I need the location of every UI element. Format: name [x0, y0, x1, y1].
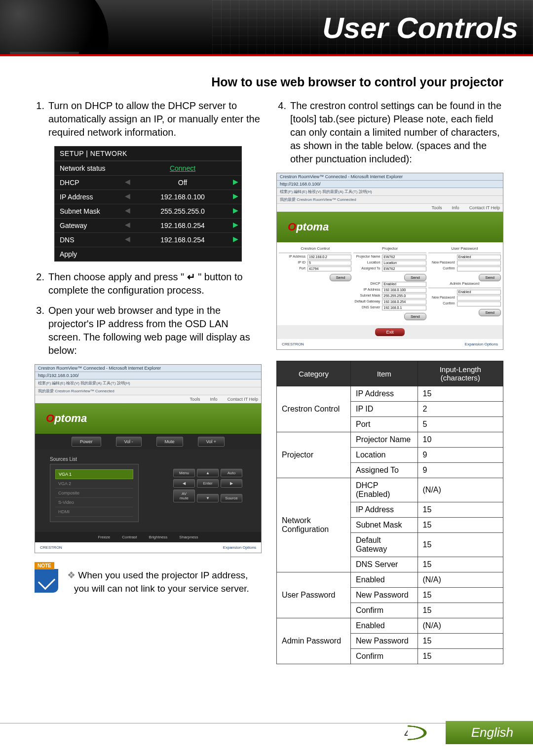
section-title: How to use web browser to control your p…	[35, 75, 503, 89]
tools-exit-button: Exit	[375, 328, 404, 336]
page-header: User Controls	[0, 0, 533, 54]
rv-sliders: Freeze Contrast Brightness Sharpness	[35, 532, 261, 542]
note-check-icon: NOTE	[35, 569, 58, 593]
header-title: User Controls	[322, 11, 518, 45]
note-block: NOTE When you used the projector IP addr…	[35, 569, 262, 595]
optoma-logo: Optoma	[46, 412, 87, 425]
ie-favorites: 我的最愛 Crestron RoomView™ Connected	[35, 387, 261, 395]
step-2: 2. Then choose apply and press " ↵ " but…	[35, 270, 262, 297]
step-4-text: The crestron control settings can be fou…	[290, 99, 503, 166]
osd-apply: Apply	[55, 247, 241, 261]
footer-language: English	[446, 721, 533, 744]
step-3-text: Open your web browser and type in the pr…	[48, 304, 262, 357]
step-4: 4. The crestron control settings can be …	[276, 99, 503, 166]
osd-header: SETUP | NETWORK	[55, 147, 241, 161]
note-tag: NOTE	[35, 562, 54, 569]
ie-addressbar: http://192.168.0.100/	[35, 372, 261, 379]
step-3: 3. Open your web browser and type in the…	[35, 304, 262, 357]
step-1: 1. Turn on DHCP to allow the DHCP server…	[35, 99, 262, 139]
rv-control-pad: Menu▲Auto ◀Enter▶ AV mute▼Source	[172, 468, 246, 503]
step-1-text: Turn on DHCP to allow the DHCP server to…	[48, 99, 262, 139]
input-length-table: Category Item Input-Length (characters) …	[276, 361, 503, 664]
crestron-logo: CRESTRON	[40, 545, 62, 550]
rv-body: Sources List VGA 1 VGA 2 Composite S-Vid…	[35, 450, 261, 532]
roomview-screenshot: Crestron RoomView™ Connected - Microsoft…	[35, 364, 262, 553]
step-2-text: Then choose apply and press " ↵ " button…	[48, 270, 262, 297]
rv-brandbar: Optoma	[35, 403, 261, 434]
rv-sources-list: VGA 1 VGA 2 Composite S-Video HDMI	[50, 464, 139, 522]
footer-arc	[408, 721, 437, 744]
rv-footer: CRESTRON Expansion Options	[35, 542, 261, 553]
rv-topbuttons: Power Vol - Mute Vol +	[35, 434, 261, 450]
osd-setup-network: SETUP | NETWORK Network statusConnect DH…	[54, 146, 242, 262]
tools-screenshot: Crestron RoomView™ Connected - Microsoft…	[276, 173, 503, 350]
ie-menubar: 檔案(F) 編輯(E) 檢視(V) 我的最愛(A) 工具(T) 說明(H)	[35, 379, 261, 387]
rv-topbar: Tools Info Contact IT Help	[35, 395, 261, 403]
enter-key-icon: ↵	[187, 270, 195, 284]
page-footer: 43 English	[0, 721, 533, 744]
ie-titlebar: Crestron RoomView™ Connected - Microsoft…	[35, 365, 261, 372]
note-text: When you used the projector IP address, …	[67, 569, 262, 595]
